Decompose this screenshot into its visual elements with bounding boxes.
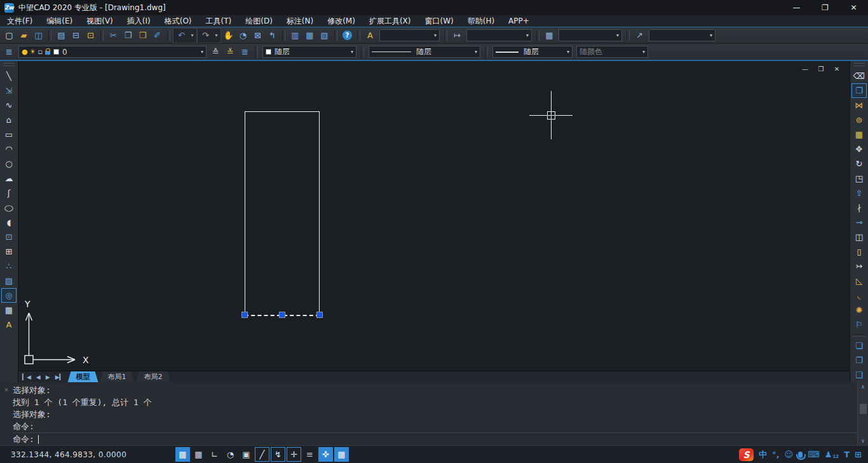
hatch-tool[interactable]: ▨	[1, 273, 17, 288]
extend-tool[interactable]: ⊸	[851, 215, 867, 230]
make-block-tool[interactable]: ⊞	[1, 244, 17, 259]
design-center-icon[interactable]: ▦	[302, 29, 317, 43]
line-tool[interactable]: ╲	[1, 69, 17, 83]
linetype-combo[interactable]: 随层▾	[369, 46, 480, 58]
dyn-ucs-toggle[interactable]: ✛	[287, 447, 301, 462]
tab-layout1[interactable]: 布局1	[100, 371, 135, 382]
polyline-tool[interactable]: ∿	[1, 98, 17, 113]
save-icon[interactable]: ◫	[31, 29, 46, 43]
model-space-toggle[interactable]: ▦	[334, 447, 349, 462]
menu-item-4[interactable]: 插入(I)	[120, 15, 158, 27]
ellipse-tool[interactable]: ◯	[1, 200, 17, 215]
chevron-down-icon[interactable]: ▾	[708, 32, 712, 38]
menu-item-3[interactable]: 视图(V)	[79, 15, 120, 27]
redo-icon[interactable]: ↷	[198, 29, 213, 43]
undo-icon[interactable]: ↶	[174, 29, 189, 43]
dynamic-input-toggle[interactable]: ✜	[318, 447, 333, 462]
menu-item-1[interactable]: 文件(F)	[0, 15, 39, 27]
grip-handle-2[interactable]	[279, 312, 285, 318]
dim-style-combo[interactable]: ▾	[466, 29, 532, 41]
bring-to-front-tool[interactable]: ❏	[851, 338, 867, 353]
table-style-combo[interactable]: ▾	[559, 29, 622, 41]
menu-item-2[interactable]: 编辑(E)	[39, 15, 79, 27]
trim-tool[interactable]: ∤	[851, 200, 867, 215]
zoom-window-icon[interactable]: ⊠	[250, 29, 265, 43]
multileader-style-combo[interactable]: ▾	[649, 29, 715, 41]
menu-item-13[interactable]: APP+	[501, 15, 536, 27]
paste-icon[interactable]: ❒	[135, 29, 150, 43]
dim-style-icon[interactable]: ↦	[450, 29, 465, 43]
menu-item-5[interactable]: 格式(O)	[158, 15, 199, 27]
scroll-down-icon[interactable]: ∨	[861, 438, 864, 444]
offset-tool[interactable]: ⊚	[851, 113, 867, 127]
cut-icon[interactable]: ✂	[106, 29, 121, 43]
menu-item-11[interactable]: 窗口(W)	[417, 15, 460, 27]
grip-handle-1[interactable]	[241, 312, 248, 318]
chevron-down-icon[interactable]: ▾	[565, 49, 569, 55]
lineweight-toggle[interactable]: ≡	[302, 447, 317, 462]
chevron-down-icon[interactable]: ▾	[432, 32, 437, 38]
rotate-tool[interactable]: ↻	[851, 156, 867, 171]
spline-tool[interactable]: ʃ	[1, 186, 17, 200]
break-at-point-tool[interactable]: ◫	[851, 230, 867, 244]
point-tool[interactable]: ∴	[1, 259, 17, 273]
scroll-thumb[interactable]	[860, 404, 867, 414]
child-minimize-button[interactable]: —	[801, 65, 809, 73]
tab-last-button[interactable]: ▶▎	[55, 374, 64, 380]
copy-tool[interactable]: ❐	[851, 83, 867, 98]
table-tool[interactable]: ▦	[1, 303, 17, 317]
text-style-combo[interactable]: ▾	[379, 29, 440, 41]
ellipse-arc-tool[interactable]: ◖	[1, 215, 17, 230]
plot-icon[interactable]: ▤	[54, 29, 69, 43]
layer-manager-icon[interactable]: ≣	[2, 45, 17, 59]
match-properties-icon[interactable]: ✐	[150, 29, 165, 43]
explode-tool[interactable]: ✺	[851, 303, 867, 317]
menu-item-6[interactable]: 工具(T)	[199, 15, 239, 27]
osnap-settings-toggle[interactable]: ▣	[239, 447, 254, 462]
ortho-toggle[interactable]: ∟	[207, 447, 222, 462]
array-tool[interactable]: ▦	[851, 127, 867, 142]
copy-icon[interactable]: ❐	[121, 29, 135, 43]
help-icon[interactable]: ?	[340, 29, 355, 43]
text-style-icon[interactable]: A	[363, 29, 377, 43]
grid-toggle[interactable]: ▦	[191, 447, 206, 462]
ime-punctuation-icon[interactable]: °‚	[772, 450, 779, 459]
tab-next-button[interactable]: ▶	[46, 374, 50, 380]
properties-palette-icon[interactable]: ▥	[288, 29, 302, 43]
minimize-button[interactable]: —	[782, 0, 811, 15]
insert-block-tool[interactable]: ⊡	[1, 230, 17, 244]
pan-icon[interactable]: ✋	[221, 29, 236, 43]
ime-keyboard-icon[interactable]: ⌨	[808, 450, 820, 459]
selected-rectangle[interactable]	[245, 111, 320, 315]
mtext-tool[interactable]: A	[1, 317, 17, 332]
rectangle-tool[interactable]: ▭	[1, 127, 17, 142]
layer-combo[interactable]: ●☀▫0▾	[18, 46, 207, 58]
ime-chinese-mode-icon[interactable]: 中	[759, 449, 767, 460]
tool-palettes-icon[interactable]: ▧	[317, 29, 332, 43]
command-close-icon[interactable]: ✕	[2, 385, 11, 394]
open-folder-icon[interactable]: ▰	[17, 29, 31, 43]
ime-emoji-icon[interactable]: ☺	[784, 450, 793, 459]
command-scrollbar[interactable]: ∧ ∨	[857, 382, 868, 445]
erase-tool[interactable]: ⌫	[851, 69, 867, 83]
lineweight-combo[interactable]: 随层▾	[492, 46, 573, 58]
make-object-layer-current-icon[interactable]: ≙	[208, 45, 223, 59]
tab-model[interactable]: 模型	[68, 371, 98, 382]
ime-wardrobe-icon[interactable]: T	[844, 450, 850, 459]
otrack-toggle[interactable]: ↯	[271, 447, 285, 462]
multileader-style-icon[interactable]: ↗	[632, 29, 647, 43]
grip-handle-3[interactable]	[316, 312, 323, 318]
fillet-tool[interactable]: ◟	[851, 288, 867, 303]
chamfer-tool[interactable]: ◺	[851, 273, 867, 288]
tab-prev-button[interactable]: ◀	[36, 374, 41, 380]
command-input-line[interactable]: 命令:	[13, 432, 857, 445]
join-tool[interactable]: ↣	[851, 259, 867, 273]
restore-button[interactable]: ❐	[811, 0, 839, 15]
color-combo[interactable]: 随层▾	[262, 46, 356, 58]
send-to-back-tool[interactable]: ❐	[851, 353, 867, 368]
child-close-button[interactable]: ✕	[833, 65, 841, 73]
chevron-down-icon[interactable]: ▾	[473, 49, 477, 55]
tab-layout2[interactable]: 布局2	[136, 371, 171, 382]
plotstyle-combo[interactable]: 随颜色▾	[576, 46, 648, 58]
revision-cloud-tool[interactable]: ☁	[1, 171, 17, 186]
